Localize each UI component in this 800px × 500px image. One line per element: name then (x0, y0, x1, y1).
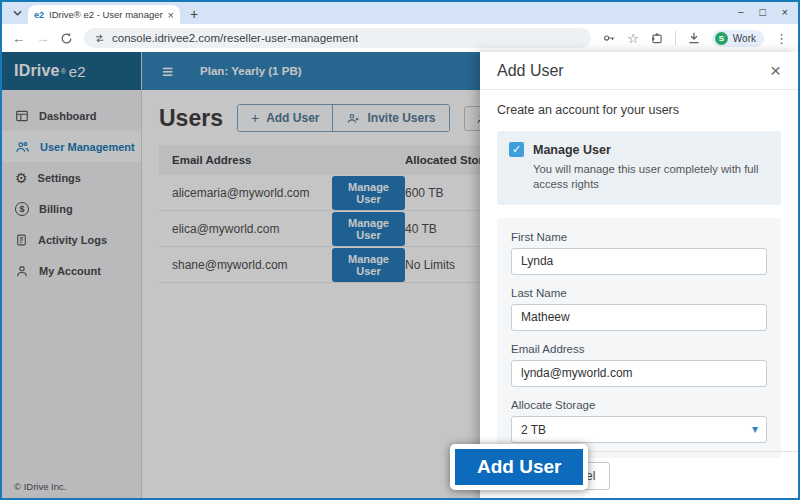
browser-profile-chip[interactable]: S Work (712, 30, 764, 47)
app-area: IDrive®e2 Dashboard User Management ⚙ Se… (2, 52, 798, 498)
browser-toolbar: ← → console.idrivee2.com/reseller-user-m… (2, 24, 798, 52)
screenshot-frame: e2 IDrive® e2 - User management × + − □ … (0, 0, 800, 500)
favicon-e2: e2 (34, 10, 44, 20)
browser-menu-kebab-icon[interactable]: ⋮ (775, 31, 788, 46)
first-name-field[interactable] (511, 248, 767, 275)
manage-user-label: Manage User (533, 143, 611, 157)
tab-title: IDrive® e2 - User management (49, 9, 163, 20)
modal-dim-overlay (2, 52, 480, 498)
new-tab-icon[interactable]: + (190, 6, 198, 22)
url-bar[interactable]: console.idrivee2.com/reseller-user-manag… (84, 28, 591, 48)
window-close-icon[interactable]: × (782, 6, 788, 18)
last-name-field[interactable] (511, 304, 767, 331)
first-name-label: First Name (511, 231, 767, 243)
email-address-label: Email Address (511, 343, 767, 355)
last-name-label: Last Name (511, 287, 767, 299)
add-user-panel: Add User × Create an account for your us… (480, 52, 798, 498)
tab-close-icon[interactable]: × (168, 9, 174, 21)
panel-subtitle: Create an account for your users (497, 103, 781, 117)
email-address-field[interactable] (511, 360, 767, 387)
window-minimize-icon[interactable]: − (737, 6, 743, 18)
bookmark-star-icon[interactable]: ☆ (627, 31, 639, 46)
passwords-key-icon[interactable] (602, 31, 616, 45)
refresh-icon[interactable] (60, 32, 73, 45)
add-user-highlighted-button[interactable]: Add User (450, 444, 588, 490)
avatar: S (715, 32, 728, 45)
browser-tab[interactable]: e2 IDrive® e2 - User management × (28, 5, 180, 24)
downloads-icon[interactable] (687, 31, 701, 45)
forward-icon[interactable]: → (36, 31, 49, 46)
back-icon[interactable]: ← (12, 31, 25, 46)
allocate-storage-select[interactable]: 2 TB (511, 416, 767, 443)
add-user-form: First Name Last Name Email Address Alloc… (497, 218, 781, 458)
extensions-puzzle-icon[interactable] (650, 31, 664, 45)
window-maximize-icon[interactable]: □ (760, 6, 766, 18)
tab-search-chevron-icon[interactable] (9, 6, 25, 20)
url-text: console.idrivee2.com/reseller-user-manag… (112, 32, 358, 44)
manage-user-checkbox[interactable]: ✓ (509, 142, 524, 157)
profile-name: Work (733, 33, 756, 44)
manage-user-description: You will manage this user completely wit… (533, 162, 769, 193)
panel-close-icon[interactable]: × (770, 61, 781, 80)
toolbar-divider (675, 31, 676, 45)
allocate-storage-label: Allocate Storage (511, 399, 767, 411)
browser-tabstrip: e2 IDrive® e2 - User management × + − □ … (2, 2, 798, 24)
site-settings-icon[interactable] (94, 33, 105, 44)
panel-title: Add User (497, 62, 564, 80)
manage-user-option-box: ✓ Manage User You will manage this user … (497, 131, 781, 205)
